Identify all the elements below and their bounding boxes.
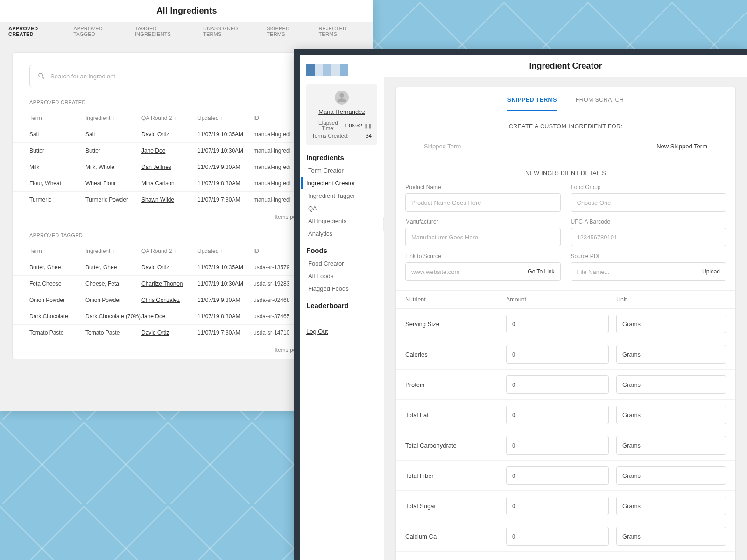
nav-item-flagged-foods[interactable]: Flagged Foods <box>306 282 377 295</box>
column-ingredient[interactable]: Ingredient ↑ <box>85 115 141 121</box>
sidebar: Maria Hernandez Elapsed Time: 1:06:52❚❚ … <box>300 55 384 560</box>
cell-ingredient: Turmeric Powder <box>85 196 141 203</box>
panel-tab-skipped-terms[interactable]: SKIPPED TERMS <box>507 97 557 111</box>
nutrient-unit-select[interactable]: Grams <box>616 315 726 333</box>
nutrient-name: Total Fat <box>405 412 499 419</box>
nutrient-row: Protein0Grams <box>396 370 735 400</box>
column-term[interactable]: Term ↑ <box>29 248 85 254</box>
column-updated[interactable]: Updated ↑ <box>197 248 254 254</box>
field-input[interactable]: 123456789101 <box>571 228 726 246</box>
tab-tagged-ingredients[interactable]: TAGGED INGREDIENTS <box>135 26 193 37</box>
column-term[interactable]: Term ↑ <box>29 115 85 121</box>
field-label: UPC-A Barcode <box>571 218 726 225</box>
field-action[interactable]: Upload <box>702 268 720 275</box>
nutrient-unit-select[interactable]: Grams <box>616 345 726 364</box>
nutrient-amount-input[interactable]: 0 <box>506 466 609 485</box>
pause-icon[interactable]: ❚❚ <box>364 123 372 128</box>
cell-qa-user-link[interactable]: Mina Carlson <box>141 180 197 187</box>
creator-panel: SKIPPED TERMSFROM SCRATCH CREATE A CUSTO… <box>395 87 736 560</box>
cell-term: Butter <box>29 147 85 154</box>
cell-updated: 11/07/19 8:30AM <box>197 180 254 187</box>
nutrient-name: Calcium Ca <box>405 533 499 540</box>
nav-item-ingredient-tagger[interactable]: Ingredient Tagger <box>306 189 377 202</box>
nutrient-column-unit: Unit <box>616 296 726 303</box>
tab-rejected-terms[interactable]: REJECTED TERMS <box>318 26 365 37</box>
cell-qa-user-link[interactable]: Dan Jeffries <box>141 164 197 170</box>
skipped-term-selector[interactable]: Skipped Term New Skipped Term <box>424 139 707 154</box>
cell-term: Turmeric <box>29 196 85 203</box>
nav-item-analytics[interactable]: Analytics <box>306 227 377 240</box>
field-food-group: Food GroupChoose One <box>571 184 726 212</box>
nav-item-qa[interactable]: QA <box>306 202 377 215</box>
nutrient-amount-input[interactable]: 0 <box>506 527 609 546</box>
column-ingredient[interactable]: Ingredient ↑ <box>85 248 141 254</box>
nav-item-ingredient-creator[interactable]: Ingredient Creator <box>301 177 377 189</box>
new-skipped-term-link[interactable]: New Skipped Term <box>656 143 707 150</box>
nutrient-unit-select[interactable]: Grams <box>616 436 726 455</box>
tab-approved-tagged[interactable]: APPROVED TAGGED <box>73 26 125 37</box>
field-input[interactable]: Product Name Goes Here <box>405 193 561 212</box>
field-action[interactable]: Go To Link <box>528 268 554 275</box>
nav-item-all-foods[interactable]: All Foods <box>306 270 377 282</box>
field-input[interactable]: www.website.comGo To Link <box>405 262 561 281</box>
cell-ingredient: Tomato Paste <box>85 329 141 336</box>
cell-updated: 11/07/19 10:35AM <box>197 131 254 138</box>
avatar <box>335 91 349 105</box>
nutrient-amount-input[interactable]: 0 <box>506 497 609 515</box>
nutrient-name: Total Fiber <box>405 472 499 479</box>
column-qa-round-2[interactable]: QA Round 2 ↑ <box>141 115 197 121</box>
nutrient-unit-select[interactable]: Grams <box>616 497 726 515</box>
nutrient-amount-input[interactable]: 0 <box>506 375 609 394</box>
tab-approved-created[interactable]: APPROVED CREATED <box>8 26 63 37</box>
cell-ingredient: Butter <box>85 147 141 154</box>
cell-qa-user-link[interactable]: David Ortiz <box>141 329 197 336</box>
cell-qa-user-link[interactable]: Shawn Wilde <box>141 196 197 203</box>
cell-qa-user-link[interactable]: David Ortiz <box>141 264 197 271</box>
nutrient-amount-input[interactable]: 0 <box>506 406 609 424</box>
nutrient-name: Calories <box>405 351 499 358</box>
field-label: Food Group <box>571 184 726 190</box>
nav-item-food-creator[interactable]: Food Creator <box>306 257 377 270</box>
tab-skipped-terms[interactable]: SKIPPED TERMS <box>267 26 308 37</box>
nutrient-row: Calories0Grams <box>396 339 735 370</box>
nutrient-unit-select[interactable]: Grams <box>616 406 726 424</box>
field-input[interactable]: Manufacturer Goes Here <box>405 228 561 246</box>
nutrient-row: Total Sugar0Grams <box>396 491 735 521</box>
cell-qa-user-link[interactable]: Jane Doe <box>141 147 197 154</box>
nutrient-amount-input[interactable]: 0 <box>506 436 609 455</box>
cell-updated: 11/07/19 10:30AM <box>197 147 254 154</box>
cell-term: Dark Chocolate <box>29 313 85 320</box>
nutrient-row: Total Fat0Grams <box>396 400 735 430</box>
nutrient-unit-select[interactable]: Grams <box>616 527 726 546</box>
nav-item-term-creator[interactable]: Term Creator <box>306 164 377 177</box>
nutrient-unit-select[interactable]: Grams <box>616 466 726 485</box>
window1-titlebar: All Ingredients <box>0 0 374 22</box>
nutrient-name: Protein <box>405 381 499 388</box>
field-input[interactable]: Choose One <box>571 193 726 212</box>
cell-updated: 11/07/19 10:30AM <box>197 280 254 287</box>
tab-unassigned-terms[interactable]: UNASSIGNED TERMS <box>203 26 256 37</box>
column-qa-round-2[interactable]: QA Round 2 ↑ <box>141 248 197 254</box>
search-icon <box>37 72 46 80</box>
field-input[interactable]: File Name...Upload <box>571 262 726 281</box>
column-updated[interactable]: Updated ↑ <box>197 115 254 121</box>
nutrient-amount-input[interactable]: 0 <box>506 315 609 333</box>
nav-group-leaderboard: Leaderboard <box>306 301 377 309</box>
cell-qa-user-link[interactable]: David Ortiz <box>141 131 197 138</box>
details-title: NEW INGREDIENT DETAILS <box>396 167 735 184</box>
field-manufacturer: ManufacturerManufacturer Goes Here <box>405 218 561 246</box>
cell-qa-user-link[interactable]: Jane Doe <box>141 313 197 320</box>
user-name-link[interactable]: Maria Hernandez <box>312 108 372 115</box>
cell-term: Tomato Paste <box>29 329 85 336</box>
cell-qa-user-link[interactable]: Chris Gonzalez <box>141 297 197 303</box>
nutrient-amount-input[interactable]: 0 <box>506 345 609 364</box>
panel-tab-from-scratch[interactable]: FROM SCRATCH <box>576 97 624 111</box>
cell-term: Flour, Wheat <box>29 180 85 187</box>
cell-qa-user-link[interactable]: Charlize Thorton <box>141 280 197 287</box>
nutrient-unit-select[interactable]: Grams <box>616 375 726 394</box>
cell-ingredient: Dark Chocolate (70%) <box>85 313 141 320</box>
form-grid: Product NameProduct Name Goes HereFood G… <box>396 184 735 290</box>
search-input[interactable] <box>50 73 314 80</box>
logout-link[interactable]: Log Out <box>306 328 377 335</box>
nav-item-all-ingredients[interactable]: All Ingredients <box>306 215 377 227</box>
